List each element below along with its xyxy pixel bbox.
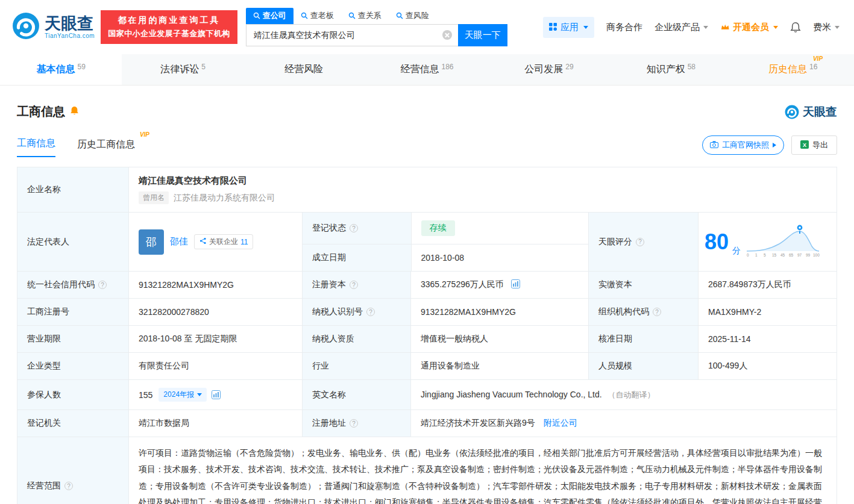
reg-status-label-text: 登记状态 <box>312 223 346 234</box>
insured-trend-icon[interactable] <box>212 390 221 399</box>
open-vip-button[interactable]: 开通会员 <box>720 22 778 33</box>
business-scope-label: 经营范围? <box>17 437 129 504</box>
logo-text: 天眼查 <box>45 15 95 32</box>
alert-bell-icon[interactable] <box>70 106 79 118</box>
chevron-down-icon <box>583 26 588 29</box>
tab-count: 5 <box>201 63 206 71</box>
official-snapshot-button[interactable]: 工商官网快照 <box>702 135 784 155</box>
apps-button[interactable]: 应用 <box>543 17 594 38</box>
user-menu[interactable]: 费米 <box>813 22 840 33</box>
help-icon[interactable]: ? <box>350 224 358 232</box>
table-row: 参保人数 155 2024年报 英文名称 Jingjiang Jiasheng … <box>17 380 837 410</box>
subtab-business-info[interactable]: 工商信息 <box>17 137 55 157</box>
establish-date-value: 2018-10-08 <box>411 244 588 272</box>
company-name-value: 靖江佳晟真空技术有限公司 <box>139 175 827 187</box>
table-row: 企业名称 靖江佳晟真空技术有限公司 曾用名 江苏佳晟动力系统有限公司 <box>17 167 837 213</box>
related-companies-badge[interactable]: 关联企业 11 <box>194 234 253 249</box>
business-term-label: 营业期限 <box>17 326 129 353</box>
search-button[interactable]: 天眼一下 <box>458 24 507 46</box>
help-icon[interactable]: ? <box>653 308 661 316</box>
paid-capital-label: 实缴资本 <box>589 272 699 299</box>
promo-line1: 都在用的商业查询工具 <box>108 15 230 26</box>
search-tab-label: 查风险 <box>406 10 429 21</box>
search-icon <box>253 12 260 19</box>
svg-text:15: 15 <box>772 253 777 257</box>
reg-no-label: 工商注册号 <box>17 299 129 326</box>
apps-grid-icon <box>549 22 557 33</box>
industry-value: 通用设备制造业 <box>411 353 589 380</box>
score-value: 80 <box>705 231 729 253</box>
table-row: 法定代表人 邵 邵佳 关联企业 11 登记状态? <box>17 213 837 272</box>
svg-text:0: 0 <box>747 253 749 257</box>
insured-count-cell: 155 2024年报 <box>129 380 303 410</box>
tab-legal-proceedings[interactable]: 法律诉讼5 <box>122 54 243 85</box>
reg-address-cell: 靖江经济技术开发区新兴路9号 附近公司 <box>411 410 837 437</box>
search-tab-risk[interactable]: 查风险 <box>389 8 436 24</box>
reg-address-label-text: 注册地址 <box>312 418 346 429</box>
help-icon[interactable]: ? <box>350 281 358 289</box>
reg-capital-cell: 3365.275296万人民币 <box>411 272 589 299</box>
business-info-table: 企业名称 靖江佳晟真空技术有限公司 曾用名 江苏佳晟动力系统有限公司 法定代表人… <box>17 167 837 504</box>
svg-text:45: 45 <box>780 253 785 257</box>
search-tab-label: 查关系 <box>358 10 381 21</box>
business-scope-value: 许可项目：道路货物运输（不含危险货物）；发电业务、输电业务、供（配）电业务（依法… <box>139 445 827 504</box>
related-count: 11 <box>240 238 248 246</box>
approval-date-value: 2025-11-14 <box>699 326 837 353</box>
nearby-companies-link[interactable]: 附近公司 <box>544 418 577 428</box>
help-icon[interactable]: ? <box>366 308 375 316</box>
tab-intellectual-property[interactable]: 知识产权58 <box>610 54 732 85</box>
score-distribution-chart: 0 1 5 15 45 65 97 99 100 <box>744 223 823 260</box>
legal-rep-label: 法定代表人 <box>17 213 129 272</box>
english-name-label: 英文名称 <box>303 380 411 410</box>
annual-report-badge[interactable]: 2024年报 <box>159 388 207 402</box>
related-label: 关联企业 <box>209 237 238 247</box>
tab-history-info[interactable]: 历史信息 VIP 16 <box>732 54 854 85</box>
svg-text:100: 100 <box>813 253 820 257</box>
clear-search-icon[interactable] <box>442 30 452 40</box>
subtab-label: 工商信息 <box>17 138 55 148</box>
taxpayer-quality-value: 增值税一般纳税人 <box>411 326 589 353</box>
apps-label: 应用 <box>560 22 579 33</box>
legal-rep-link[interactable]: 邵佳 <box>170 236 188 247</box>
help-icon[interactable]: ? <box>636 238 644 246</box>
auto-translate-note: （自动翻译） <box>608 390 655 399</box>
tab-operating-info[interactable]: 经营信息186 <box>366 54 488 85</box>
tab-operating-risk[interactable]: 经营风险 <box>244 54 366 85</box>
company-name-cell: 靖江佳晟真空技术有限公司 曾用名 江苏佳晟动力系统有限公司 <box>129 167 837 213</box>
enterprise-products-label: 企业级产品 <box>655 22 700 33</box>
tianyancha-logo[interactable]: 天眼查 TianYanCha.com <box>12 12 95 42</box>
business-cooperation-label: 商务合作 <box>606 22 642 33</box>
tab-basic-info[interactable]: 基本信息59 <box>0 54 122 85</box>
taxpayer-quality-label: 纳税人资质 <box>303 326 411 353</box>
capital-trend-icon[interactable] <box>511 279 520 288</box>
username-label: 费米 <box>813 22 831 33</box>
search-input[interactable] <box>246 24 458 46</box>
search-tab-relation[interactable]: 查关系 <box>341 8 389 24</box>
promo-banner: 都在用的商业查询工具 国家中小企业发展子基金旗下机构 <box>101 10 237 44</box>
search-tab-company[interactable]: 查公司 <box>246 8 294 24</box>
business-cooperation-link[interactable]: 商务合作 <box>606 22 642 33</box>
help-icon[interactable]: ? <box>350 419 358 428</box>
main-content: 工商信息 天眼查 工商信息 历史工商信息 VIP 工商官网快照 X 导出 <box>0 104 854 504</box>
subtab-history-business-info[interactable]: 历史工商信息 VIP <box>77 138 135 157</box>
org-code-value: MA1X9HMY-2 <box>699 299 837 326</box>
org-code-label-text: 组织机构代码 <box>598 306 649 317</box>
watermark-logo-text: 天眼查 <box>803 104 837 120</box>
tab-company-development[interactable]: 公司发展29 <box>488 54 610 85</box>
search-tab-label: 查老板 <box>310 10 334 21</box>
former-name-badge: 曾用名 <box>139 191 169 204</box>
search-icon <box>348 12 356 19</box>
export-button[interactable]: X 导出 <box>791 135 837 155</box>
search-tab-boss[interactable]: 查老板 <box>294 8 341 24</box>
top-header: 天眼查 TianYanCha.com 都在用的商业查询工具 国家中小企业发展子基… <box>0 0 854 54</box>
legal-rep-avatar[interactable]: 邵 <box>139 229 164 255</box>
tab-count: 29 <box>565 63 573 71</box>
help-icon[interactable]: ? <box>64 482 73 490</box>
notifications-bell-icon[interactable] <box>790 22 801 33</box>
english-name-value: Jingjiang Jiasheng Vacuum Technology Co.… <box>421 390 602 399</box>
enterprise-products-menu[interactable]: 企业级产品 <box>655 22 708 33</box>
tab-count: 16 <box>809 63 817 71</box>
help-icon[interactable]: ? <box>98 281 107 289</box>
tab-count: 58 <box>688 63 695 71</box>
tab-count: 186 <box>441 63 453 71</box>
